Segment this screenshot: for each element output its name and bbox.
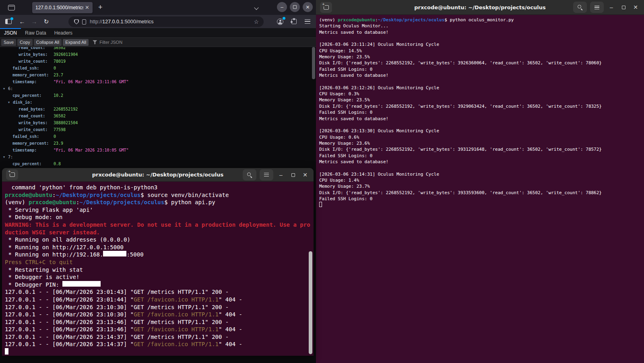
terminal-minimize-button[interactable]: – <box>607 4 616 10</box>
url-text[interactable]: http://127.0.0.1:5000/metrics <box>90 19 254 25</box>
terminal-text: $ python oculus_monitor.py <box>444 17 514 23</box>
expand-all-button[interactable]: Expand All <box>63 39 89 46</box>
terminal-maximize-button[interactable] <box>619 4 628 10</box>
filter-json-input[interactable] <box>99 40 180 45</box>
json-row: failed_ssh:0 <box>0 65 316 72</box>
terminal-text: Disk I/O: {'read_bytes': 2268552192, 'wr… <box>319 190 602 195</box>
new-tab-button[interactable]: + <box>98 3 103 12</box>
app-menu-button[interactable] <box>301 16 314 27</box>
terminal-output[interactable]: command 'python' from deb python-is-pyth… <box>2 182 314 356</box>
terminal-text: * Running on all addresses (0.0.0.0) <box>5 236 130 243</box>
terminal-line: prxcode@ubuntu:~/Desktop/projects/oculus… <box>5 191 314 199</box>
terminal-text: [2026-03-06 23:13:30] Oculus Monitoring … <box>319 128 439 133</box>
terminal-line: CPU Usage: 14.5% <box>319 48 644 54</box>
terminal-window-monitor: prxcode@ubuntu: ~/Desktop/projects/oculu… <box>316 0 644 363</box>
browser-tab[interactable]: 127.0.0.1:5000/metrics ✕ <box>32 2 93 13</box>
save-button[interactable]: Save <box>1 39 16 46</box>
terminal-new-tab-button[interactable] <box>320 2 332 13</box>
forward-button[interactable]: → <box>28 16 40 27</box>
json-key: disk_io: <box>13 100 32 105</box>
json-row: write_bytes:3888021504 <box>0 119 316 126</box>
list-all-tabs-chevron-icon[interactable] <box>254 5 258 10</box>
browser-close-button[interactable]: ✕ <box>303 2 313 12</box>
terminal-output[interactable]: (venv) prxcode@ubuntu:~/Desktop/projects… <box>316 15 644 363</box>
terminal-text <box>319 79 322 84</box>
json-value: 0.8 <box>54 160 61 167</box>
redacted-text <box>62 281 101 287</box>
terminal-line: Metrics saved to database! <box>319 72 644 78</box>
terminal-close-button[interactable]: ✕ <box>301 172 310 178</box>
terminal-line: Disk I/O: {'read_bytes': 2268552192, 'wr… <box>319 103 644 109</box>
terminal-text: 127.0.0.1 - - [06/Mar/2026 23:14:37] "GE… <box>5 334 229 340</box>
back-button[interactable]: ← <box>16 16 28 27</box>
maximize-icon <box>291 173 295 177</box>
terminal-text: 127.0.0.1 - - [06/Mar/2026 23:14:37] " <box>5 341 134 347</box>
json-key: memory_percent: <box>12 141 49 146</box>
tab-raw-data[interactable]: Raw Data <box>21 28 50 37</box>
browser-scrollbar-thumb[interactable] <box>312 47 315 79</box>
terminal-line: * Running on all addresses (0.0.0.0) <box>5 236 314 244</box>
terminal-search-button[interactable] <box>243 169 256 180</box>
page-icon[interactable] <box>82 19 86 25</box>
json-row: ▼disk_io: <box>0 99 316 106</box>
browser-minimize-button[interactable]: – <box>277 2 287 12</box>
terminal-scrollbar-thumb[interactable] <box>309 251 312 354</box>
json-row: read_bytes:2268552192 <box>0 106 316 113</box>
terminal-text: 127.0.0.1 - - [06/Mar/2026 23:10:30] " <box>5 311 134 318</box>
terminal-line: * Debugger is active! <box>5 273 314 281</box>
reload-button[interactable]: ↻ <box>40 16 52 27</box>
browser-tab-title: 127.0.0.1:5000/metrics <box>35 5 83 10</box>
json-key: failed_ssh: <box>12 66 39 70</box>
twisty-collapse-icon[interactable]: ▼ <box>3 86 8 92</box>
sidebar-toggle-button[interactable] <box>2 16 14 27</box>
terminal-text: " 404 - <box>219 296 242 303</box>
terminal-maximize-button[interactable] <box>289 172 297 178</box>
twisty-collapse-icon[interactable]: ▼ <box>3 154 8 161</box>
json-value: 23.7 <box>54 72 63 78</box>
bookmark-star-icon[interactable]: ☆ <box>254 18 259 25</box>
browser-maximize-button[interactable] <box>290 2 300 12</box>
terminal-text: :5000 <box>126 251 143 258</box>
terminal-new-tab-button[interactable] <box>6 169 18 180</box>
menu-icon <box>594 6 599 9</box>
terminal-line: Disk I/O: {'read_bytes': 2268552192, 'wr… <box>319 190 644 196</box>
terminal-text: Press CTRL+C to quit <box>5 259 73 265</box>
shield-icon[interactable] <box>74 19 79 25</box>
tab-json[interactable]: JSON <box>0 28 21 37</box>
terminal-menu-button[interactable] <box>590 2 604 13</box>
terminal-line: CPU Usage: 1.4% <box>319 177 644 183</box>
tab-close-icon[interactable]: ✕ <box>85 4 89 10</box>
json-key: failed_ssh: <box>12 134 39 139</box>
terminal-text: (venv) <box>319 17 338 23</box>
extensions-button[interactable] <box>288 16 300 27</box>
notification-dot <box>10 17 13 20</box>
terminal-line: Disk I/O: {'read_bytes': 2268552192, 'wr… <box>319 60 644 66</box>
account-button[interactable] <box>274 16 286 27</box>
terminal-menu-button[interactable] <box>260 169 273 180</box>
terminal-minimize-button[interactable]: – <box>277 172 285 178</box>
firefox-view-button[interactable] <box>5 2 18 13</box>
twisty-collapse-icon[interactable]: ▼ <box>8 99 13 106</box>
copy-button[interactable]: Copy <box>17 39 33 46</box>
json-key: cpu_percent: <box>12 162 41 166</box>
terminal-line: * Running on http://127.0.0.1:5000 <box>5 244 314 251</box>
collapse-all-button[interactable]: Collapse All <box>34 39 62 46</box>
terminal-text: 127.0.0.1 - - [06/Mar/2026 23:10:30] "GE… <box>5 304 229 310</box>
json-key: write_bytes: <box>19 52 47 57</box>
terminal-line: Failed SSH Logins: 0 <box>319 153 644 159</box>
url-path: :5000/metrics <box>123 19 153 25</box>
terminal-text: prxcode@ubuntu <box>338 17 375 23</box>
terminal-text: * Restarting with stat <box>5 267 83 273</box>
tab-headers[interactable]: Headers <box>50 28 76 37</box>
terminal-close-button[interactable]: ✕ <box>631 4 640 10</box>
terminal-text: Disk I/O: {'read_bytes': 2268552192, 'wr… <box>319 147 602 152</box>
terminal-line: 127.0.0.1 - - [06/Mar/2026 23:01:44] "GE… <box>5 296 314 304</box>
browser-window-controls: – ✕ <box>277 2 313 12</box>
terminal-search-button[interactable] <box>573 2 587 13</box>
terminal-line: duction WSGI server instead. <box>5 229 314 236</box>
terminal-text: Metrics saved to database! <box>319 159 388 164</box>
url-bar[interactable]: http://127.0.0.1:5000/metrics ☆ <box>68 16 264 27</box>
terminal-text: * Running on http://127.0.0.1:5000 <box>5 244 124 250</box>
json-key: write_count: <box>19 59 47 64</box>
json-value: 36502 <box>54 113 66 119</box>
